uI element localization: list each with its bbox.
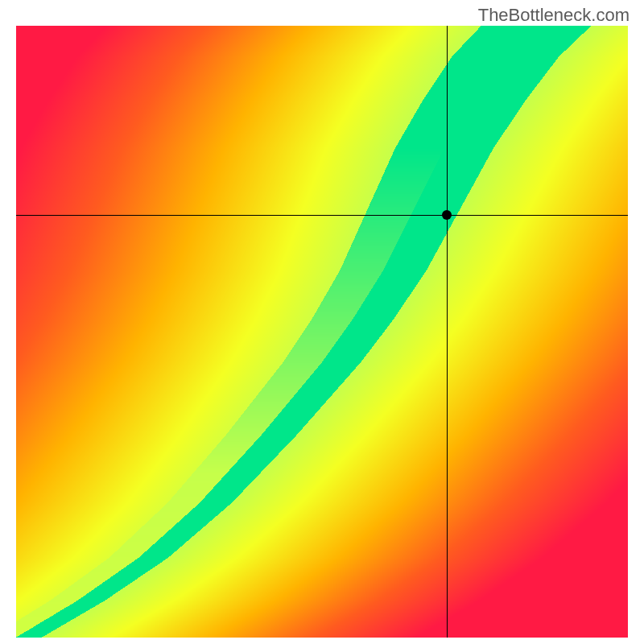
- crosshair-horizontal: [16, 215, 628, 216]
- heatmap-plot: [16, 26, 628, 638]
- marker-dot: [442, 210, 452, 220]
- watermark-text: TheBottleneck.com: [478, 5, 630, 26]
- heatmap-canvas: [16, 26, 628, 638]
- crosshair-vertical: [447, 26, 448, 638]
